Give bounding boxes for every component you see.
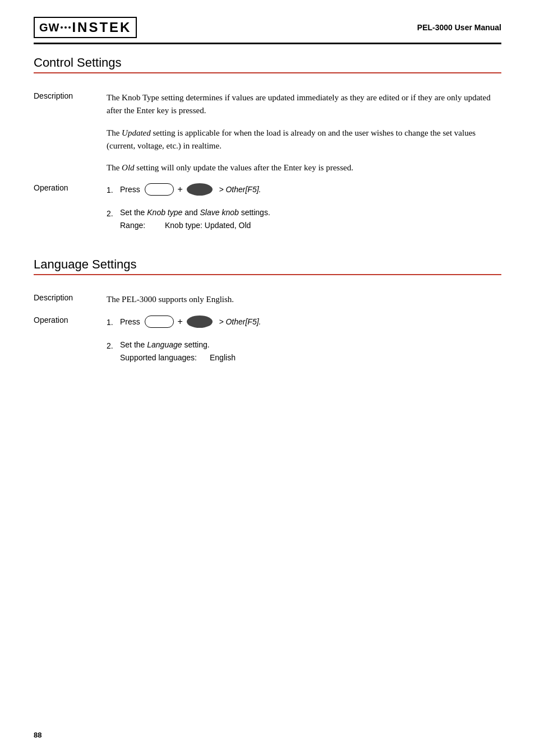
header-rule [34,43,501,44]
control-op-step-2: 2. Set the Knob type and Slave knob sett… [107,207,501,231]
header-title: PEL-3000 User Manual [417,23,501,32]
button-rect-1 [145,183,174,196]
language-settings-heading: Language Settings [34,257,501,272]
control-description-label: Description [34,87,107,179]
language-settings-section: Language Settings Description The PEL-30… [34,257,501,378]
language-op-step-2-content: Set the Language setting. Supported lang… [120,339,501,364]
control-desc-para3-italic: Old [122,163,135,172]
language-operation-content: 1. Press + > Other[F5]. 2. Set the Lan [107,311,501,378]
control-op1-suffix: > Other[F5]. [216,185,261,194]
control-desc-para2-italic: Updated [122,128,151,137]
control-op2-middle: and [182,208,200,217]
language-description-label: Description [34,289,107,310]
control-settings-heading: Control Settings [34,55,501,70]
language-op-step-2: 2. Set the Language setting. Supported l… [107,339,501,364]
button-oval-2 [187,316,213,328]
logo-gw: GW [39,21,59,34]
control-op2-prefix: Set the [120,208,147,217]
control-op1-prefix: Press [120,185,140,194]
logo-container: GW INSTEK [34,17,137,38]
language-op2-range-value: English [210,352,236,364]
control-op-step-2-num: 2. [107,207,120,220]
control-description-content: The Knob Type setting determines if valu… [107,87,501,179]
language-settings-table: Description The PEL-3000 supports only E… [34,289,501,378]
page-number: 88 [34,731,41,739]
control-operation-content: 1. Press + > Other[F5]. 2. Set the Kno [107,179,501,246]
logo-dots [61,26,71,29]
control-desc-para3-suffix: setting will only update the values afte… [135,163,353,172]
control-op-step-1-content: Press + > Other[F5]. [120,183,501,197]
control-op2-range-value: Knob type: Updated, Old [165,220,251,231]
language-op2-suffix: setting. [182,340,210,349]
language-operation-row: Operation 1. Press + > Other[F5]. [34,311,501,378]
language-desc-para1: The PEL-3000 supports only English. [107,293,501,306]
control-desc-para2-prefix: The [107,128,122,137]
language-op1-suffix: > Other[F5]. [216,317,261,326]
language-op2-prefix: Set the [120,340,147,349]
control-operation-row: Operation 1. Press + > Other[F5]. [34,179,501,246]
control-desc-para1: The Knob Type setting determines if valu… [107,91,501,118]
control-desc-para3-prefix: The [107,163,122,172]
control-op2-italic1: Knob type [147,208,182,217]
button-rect-2 [145,316,174,328]
language-op2-range-label: Supported languages: [120,352,210,364]
control-settings-rule [34,72,501,73]
language-op2-italic: Language [147,340,182,349]
control-settings-table: Description The Knob Type setting determ… [34,87,501,246]
language-description-content: The PEL-3000 supports only English. [107,289,501,310]
language-operation-label: Operation [34,311,107,378]
page: GW INSTEK PEL-3000 User Manual Control S… [0,0,535,756]
control-operation-label: Operation [34,179,107,246]
control-op2-italic2: Slave knob [200,208,238,217]
language-op-step-1: 1. Press + > Other[F5]. [107,316,501,329]
logo-dot-3 [68,26,71,29]
language-description-row: Description The PEL-3000 supports only E… [34,289,501,310]
control-op-step-1-num: 1. [107,183,120,197]
control-desc-para2: The Updated setting is applicable for wh… [107,127,501,153]
header: GW INSTEK PEL-3000 User Manual [34,17,501,38]
language-op2-range: Supported languages: English [120,352,501,364]
language-op-step-2-num: 2. [107,339,120,353]
plus-sign-1: + [177,183,182,196]
language-op1-prefix: Press [120,317,140,326]
button-oval-1 [187,183,213,196]
control-desc-para2-suffix: setting is applicable for when the load … [107,128,476,150]
control-settings-section: Control Settings Description The Knob Ty… [34,55,501,246]
control-op2-suffix: settings. [239,208,270,217]
plus-sign-2: + [177,315,182,328]
control-description-row: Description The Knob Type setting determ… [34,87,501,179]
control-op2-range: Range: Knob type: Updated, Old [120,220,501,231]
language-op-step-1-num: 1. [107,316,120,329]
language-op-step-1-content: Press + > Other[F5]. [120,316,501,329]
control-op-step-2-content: Set the Knob type and Slave knob setting… [120,207,501,231]
logo-box: GW INSTEK [34,17,137,38]
logo-dot-2 [64,26,67,29]
logo-dot-1 [61,26,63,29]
control-desc-para3: The Old setting will only update the val… [107,161,501,174]
control-op2-range-label: Range: [120,220,165,231]
language-settings-rule [34,274,501,275]
control-op-step-1: 1. Press + > Other[F5]. [107,183,501,197]
logo-instek: INSTEK [72,20,131,35]
